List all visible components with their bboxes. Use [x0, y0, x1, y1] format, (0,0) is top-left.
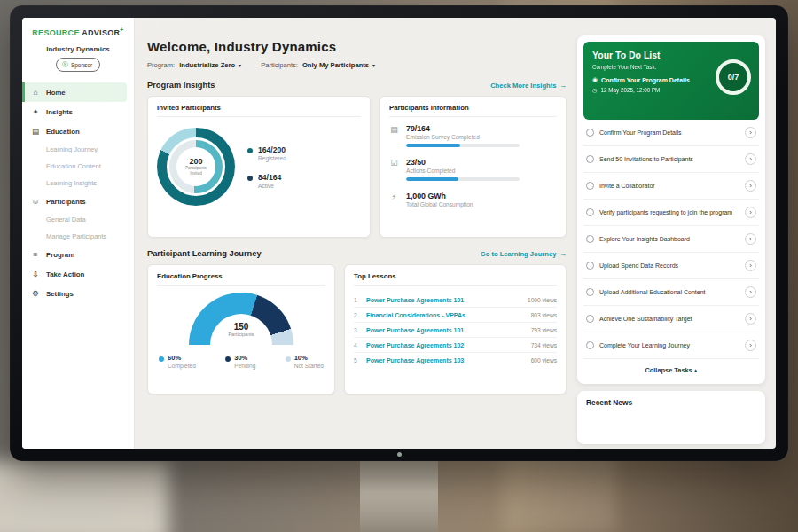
task-row[interactable]: Send 50 Invitations to Participants › [583, 146, 759, 173]
sidebar-item-label: Education [46, 128, 80, 136]
sidebar-item-label: General Data [46, 215, 86, 223]
task-checkbox[interactable] [586, 182, 594, 190]
gauge-center-label: Participants [210, 332, 272, 337]
lesson-rank: 5 [354, 357, 360, 364]
power-led [397, 452, 402, 457]
lesson-row[interactable]: 2 Financial Considerations - VPPAs 803 v… [354, 308, 557, 323]
sidebar-item-home[interactable]: ⌂ Home [22, 82, 127, 102]
task-chevron-icon[interactable]: › [745, 207, 756, 218]
lesson-row[interactable]: 3 Power Purchase Agreements 101 793 view… [354, 323, 557, 338]
program-filter-label: Program: [147, 61, 175, 69]
legend-value: 60% [168, 354, 196, 362]
sidebar-item-take-action[interactable]: ⇩ Take Action [22, 264, 134, 284]
sidebar-item-program[interactable]: ≡ Program [22, 245, 134, 264]
logo-plus: + [120, 27, 123, 33]
sidebar-item-label: Participants [46, 198, 86, 206]
sidebar-item-education-content[interactable]: Education Content [22, 158, 134, 175]
lesson-views: 1000 views [528, 297, 557, 303]
invited-donut-center: 200 Participants Invited [176, 147, 215, 186]
lesson-views: 803 views [531, 312, 557, 318]
task-chevron-icon[interactable]: › [745, 233, 756, 245]
lightbulb-icon: ✦ [31, 107, 40, 116]
link-label: Go to Learning Journey [481, 250, 557, 258]
legend-dot [225, 356, 231, 362]
lesson-link[interactable]: Power Purchase Agreements 103 [366, 357, 525, 364]
legend-item-active: 84/164 Active [247, 173, 286, 189]
task-checkbox[interactable] [586, 341, 594, 349]
chevron-up-icon: ▴ [694, 366, 698, 374]
task-row[interactable]: Upload Additional Educational Content › [583, 279, 759, 306]
task-row[interactable]: Upload Spend Data Records › [583, 253, 759, 279]
legend-label: Active [258, 183, 281, 189]
participants-select[interactable]: Only My Participants ▾ [302, 61, 375, 69]
sidebar-item-label: Take Action [46, 270, 84, 278]
lesson-link[interactable]: Power Purchase Agreements 102 [366, 342, 525, 348]
arrow-right-icon: → [559, 250, 567, 258]
task-chevron-icon[interactable]: › [745, 286, 756, 298]
legend-dot [159, 356, 164, 362]
lesson-rank: 3 [354, 327, 360, 333]
chevron-down-icon: ▾ [239, 62, 241, 68]
sidebar-item-general-data[interactable]: General Data [22, 211, 134, 228]
progress-bar-track [406, 177, 520, 181]
task-checkbox[interactable] [586, 155, 594, 163]
task-row[interactable]: Invite a Collaborator › [583, 173, 759, 200]
lesson-row[interactable]: 5 Power Purchase Agreements 103 600 view… [354, 353, 557, 367]
legend-label: Not Started [294, 363, 324, 369]
recent-news-card: Recent News [577, 391, 765, 444]
task-checkbox[interactable] [586, 235, 594, 243]
logo-secondary-text: ADVISOR [82, 28, 120, 37]
lesson-views: 793 views [531, 327, 557, 333]
task-checkbox[interactable] [586, 315, 594, 323]
sidebar-item-participants[interactable]: ☺ Participants [22, 192, 134, 211]
section-title-learning-journey: Participant Learning Journey [147, 249, 262, 258]
sidebar-item-insights[interactable]: ✦ Insights [22, 102, 134, 121]
lesson-link[interactable]: Power Purchase Agreements 101 [366, 327, 525, 333]
task-chevron-icon[interactable]: › [745, 340, 756, 351]
task-chevron-icon[interactable]: › [745, 180, 756, 192]
task-checkbox[interactable] [586, 208, 594, 216]
list-icon: ≡ [31, 250, 40, 259]
task-chevron-icon[interactable]: › [745, 313, 756, 325]
check-more-insights-link[interactable]: Check More Insights → [490, 82, 567, 90]
legend-dot [286, 356, 291, 362]
task-checkbox[interactable] [586, 288, 594, 296]
task-checkbox[interactable] [586, 262, 594, 270]
task-chevron-icon[interactable]: › [745, 153, 756, 165]
program-select[interactable]: Industrialize Zero ▾ [179, 61, 241, 69]
lesson-row[interactable]: 4 Power Purchase Agreements 102 734 view… [354, 338, 557, 353]
app-logo: RESOURCE ADVISOR+ [22, 27, 134, 37]
card-title: Invited Participants [157, 104, 361, 117]
todo-summary-banner: Your To Do List Complete Your Next Task:… [583, 42, 759, 120]
task-checkbox[interactable] [586, 129, 594, 137]
task-row[interactable]: Confirm Your Program Details › [583, 120, 759, 146]
lesson-row[interactable]: 1 Power Purchase Agreements 101 1000 vie… [354, 293, 557, 308]
legend-dot [247, 148, 253, 153]
go-to-learning-journey-link[interactable]: Go to Learning Journey → [481, 250, 567, 258]
sidebar-item-label: Home [46, 89, 66, 97]
lesson-link[interactable]: Financial Considerations - VPPAs [366, 312, 525, 318]
collapse-tasks-link[interactable]: Collapse Tasks ▴ [583, 359, 759, 378]
sidebar-item-label: Settings [46, 290, 74, 298]
lesson-link[interactable]: Power Purchase Agreements 101 [366, 297, 521, 303]
energy-icon: ⚡ [389, 192, 399, 207]
task-row[interactable]: Verify participants requesting to join t… [583, 200, 759, 226]
task-chevron-icon[interactable]: › [745, 127, 756, 138]
legend-item-registered: 164/200 Registered [247, 145, 286, 161]
task-chevron-icon[interactable]: › [745, 260, 756, 271]
sidebar-item-learning-insights[interactable]: Learning Insights [22, 175, 134, 192]
card-title: Education Progress [157, 272, 325, 286]
sidebar-item-manage-participants[interactable]: Manage Participants [22, 228, 134, 245]
org-name: Industry Dynamics [22, 45, 134, 53]
sidebar-item-settings[interactable]: ⚙ Settings [22, 284, 134, 303]
task-row[interactable]: Complete Your Learning Journey › [583, 332, 759, 359]
task-row[interactable]: Explore Your Insights Dashboard › [583, 226, 759, 253]
task-row[interactable]: Achieve One Sustainability Target › [583, 306, 759, 332]
donut-legend: 164/200 Registered 84/164 Active [247, 145, 286, 189]
task-label: Upload Spend Data Records [599, 262, 739, 270]
education-gauge-chart: 150 Participants [189, 293, 293, 345]
sidebar-item-education[interactable]: ▤ Education [22, 121, 134, 141]
legend-label: Completed [168, 363, 196, 369]
monitor-bezel: RESOURCE ADVISOR+ Industry Dynamics Ⓢ Sp… [10, 5, 788, 461]
sidebar-item-learning-journey[interactable]: Learning Journey [22, 141, 134, 158]
